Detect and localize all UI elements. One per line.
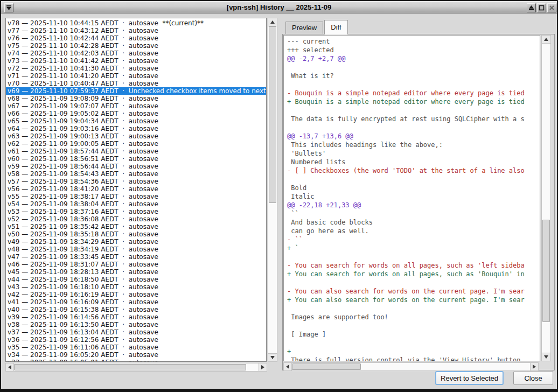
history-row[interactable]: v33 — 2025-11-09 16:05:01 AEDT · autosav… — [6, 359, 266, 362]
history-row[interactable]: v71 — 2025-11-10 10:41:20 AEDT · autosav… — [6, 72, 266, 80]
diff-line — [287, 175, 540, 184]
shade-icon — [528, 5, 534, 11]
history-row[interactable]: v50 — 2025-11-09 18:35:18 AEDT · autosav… — [6, 230, 266, 238]
diff-line — [287, 80, 540, 89]
diff-line: @@ -22,18 +21,33 @@ — [287, 201, 540, 209]
history-row[interactable]: v67 — 2025-11-09 19:07:07 AEDT · autosav… — [6, 102, 266, 110]
diff-line: This includes headings like the above,: — [287, 141, 540, 149]
history-row[interactable]: v41 — 2025-11-09 16:16:09 AEDT · autosav… — [6, 298, 266, 306]
diff-vscrollbar[interactable] — [541, 35, 551, 361]
diff-line: - [ ] Checkboxes (the word 'TODO' at the… — [287, 166, 540, 175]
diff-line: And basic code blocks — [287, 218, 540, 227]
history-row[interactable]: v78 — 2025-11-10 10:44:15 AEDT · autosav… — [6, 19, 266, 27]
scroll-thumb[interactable] — [542, 220, 550, 321]
maximize-icon — [539, 5, 545, 11]
diff-line: Images are supported too! — [287, 313, 540, 321]
history-row[interactable]: v75 — 2025-11-10 10:42:28 AEDT · autosav… — [6, 42, 266, 50]
history-row[interactable]: v34 — 2025-11-09 16:05:20 AEDT · autosav… — [6, 351, 266, 359]
history-row[interactable]: v73 — 2025-11-10 10:41:42 AEDT · autosav… — [6, 57, 266, 65]
shade-button[interactable] — [527, 3, 536, 12]
arrow-down-icon — [270, 356, 275, 359]
history-row[interactable]: v57 — 2025-11-09 18:54:36 AEDT · autosav… — [6, 178, 266, 185]
history-row[interactable]: v37 — 2025-11-09 16:13:04 AEDT · autosav… — [6, 328, 266, 336]
titlebar[interactable]: [vpn-ssh] History __ 2025-11-09 — [1, 1, 557, 13]
close-button[interactable] — [547, 3, 556, 12]
close-window-button[interactable]: Close — [513, 371, 553, 385]
diff-line: - `` — [287, 235, 540, 244]
tab-preview[interactable]: Preview — [285, 22, 323, 34]
history-row[interactable]: v52 — 2025-11-09 18:36:08 AEDT · autosav… — [6, 215, 266, 223]
history-row[interactable]: v38 — 2025-11-09 16:13:50 AEDT · autosav… — [6, 321, 266, 328]
revert-button[interactable]: Revert to Selected — [435, 371, 504, 385]
window-menu-button[interactable] — [4, 3, 13, 12]
history-row[interactable]: v62 — 2025-11-09 19:00:05 AEDT · autosav… — [6, 140, 266, 148]
diff-line: can go here as well. — [287, 227, 540, 235]
history-row[interactable]: v58 — 2025-11-09 18:54:43 AEDT · autosav… — [6, 170, 266, 178]
scroll-thumb[interactable] — [292, 363, 361, 370]
tab-bar: Preview Diff — [282, 20, 349, 34]
history-row[interactable]: v56 — 2025-11-09 18:41:20 AEDT · autosav… — [6, 185, 266, 193]
history-row[interactable]: v43 — 2025-11-09 16:18:10 AEDT · autosav… — [6, 283, 266, 291]
history-row[interactable]: v48 — 2025-11-09 18:34:19 AEDT · autosav… — [6, 246, 266, 253]
scroll-track[interactable] — [14, 363, 259, 371]
history-row[interactable]: v68 — 2025-11-09 19:08:09 AEDT · autosav… — [6, 95, 266, 102]
scroll-track[interactable] — [542, 44, 550, 353]
diff-line: What is it? — [287, 72, 540, 80]
history-row[interactable]: v66 — 2025-11-09 19:05:02 AEDT · autosav… — [6, 110, 266, 117]
history-row[interactable]: v70 — 2025-11-10 10:40:47 AEDT · autosav… — [6, 80, 266, 87]
diff-line: @@ -2,7 +2,7 @@ — [287, 54, 540, 63]
history-row[interactable]: v53 — 2025-11-09 18:37:16 AEDT · autosav… — [6, 208, 266, 215]
history-vscrollbar[interactable] — [268, 18, 277, 362]
scroll-left-arrow[interactable] — [6, 363, 14, 371]
history-row[interactable]: v64 — 2025-11-09 19:03:16 AEDT · autosav… — [6, 125, 266, 132]
history-row[interactable]: v36 — 2025-11-09 16:12:56 AEDT · autosav… — [6, 336, 266, 344]
diff-line — [287, 304, 540, 313]
history-row[interactable]: v44 — 2025-11-09 16:18:50 AEDT · autosav… — [6, 276, 266, 283]
scroll-track[interactable] — [268, 26, 277, 353]
diff-text[interactable]: --- current+++ selected@@ -2,7 +2,7 @@ W… — [283, 35, 540, 361]
arrow-up-icon — [270, 20, 275, 24]
history-list[interactable]: v78 — 2025-11-10 10:44:15 AEDT · autosav… — [5, 18, 267, 362]
history-row[interactable]: v74 — 2025-11-10 10:42:03 AEDT · autosav… — [6, 50, 266, 57]
tab-diff[interactable]: Diff — [324, 20, 347, 34]
history-row[interactable]: v45 — 2025-11-09 18:28:13 AEDT · autosav… — [6, 268, 266, 276]
diff-line: 'Bullets' — [287, 149, 540, 158]
history-row[interactable]: v65 — 2025-11-09 19:04:34 AEDT · autosav… — [6, 117, 266, 125]
history-row[interactable]: v39 — 2025-11-09 16:14:56 AEDT · autosav… — [6, 313, 266, 321]
scroll-track[interactable] — [292, 363, 530, 370]
scroll-right-arrow[interactable] — [259, 363, 267, 371]
scroll-down-arrow[interactable] — [268, 353, 277, 361]
diff-hscrollbar[interactable] — [283, 362, 539, 371]
history-row[interactable]: v77 — 2025-11-10 10:43:12 AEDT · autosav… — [6, 27, 266, 34]
scroll-up-arrow[interactable] — [542, 36, 550, 44]
close-icon — [549, 5, 555, 11]
scroll-thumb[interactable] — [14, 364, 246, 370]
history-row[interactable]: v49 — 2025-11-09 18:34:29 AEDT · autosav… — [6, 238, 266, 246]
history-row[interactable]: v47 — 2025-11-09 18:33:45 AEDT · autosav… — [6, 253, 266, 261]
history-row[interactable]: v76 — 2025-11-10 10:42:44 AEDT · autosav… — [6, 34, 266, 42]
maximize-button[interactable] — [537, 3, 546, 12]
arrow-left-icon — [286, 365, 289, 369]
scroll-left-arrow[interactable] — [284, 363, 292, 370]
history-row[interactable]: v63 — 2025-11-09 19:00:13 AEDT · autosav… — [6, 132, 266, 140]
history-row[interactable]: v40 — 2025-11-09 16:15:38 AEDT · autosav… — [6, 306, 266, 313]
scroll-thumb[interactable] — [269, 26, 276, 203]
history-row[interactable]: v69 — 2025-11-10 07:59:37 AEDT · Uncheck… — [6, 87, 266, 95]
diff-line: + You can also search for words on the c… — [287, 296, 540, 304]
history-row[interactable]: v51 — 2025-11-09 18:35:42 AEDT · autosav… — [6, 223, 266, 230]
history-row[interactable]: v42 — 2025-11-09 16:16:19 AEDT · autosav… — [6, 291, 266, 298]
history-row[interactable]: v59 — 2025-11-09 18:56:44 AEDT · autosav… — [6, 163, 266, 170]
history-row[interactable]: v54 — 2025-11-09 18:38:04 AEDT · autosav… — [6, 200, 266, 208]
arrow-up-icon — [544, 38, 548, 41]
history-hscrollbar[interactable] — [5, 363, 267, 372]
scroll-right-arrow[interactable] — [530, 363, 538, 370]
scroll-down-arrow[interactable] — [542, 353, 550, 361]
history-row[interactable]: v55 — 2025-11-09 18:38:17 AEDT · autosav… — [6, 193, 266, 200]
history-row[interactable]: v72 — 2025-11-10 10:41:30 AEDT · autosav… — [6, 65, 266, 72]
history-row[interactable]: v46 — 2025-11-09 18:31:07 AEDT · autosav… — [6, 261, 266, 268]
history-row[interactable]: v35 — 2025-11-09 16:11:06 AEDT · autosav… — [6, 344, 266, 351]
scroll-up-arrow[interactable] — [268, 18, 277, 26]
history-row[interactable]: v61 — 2025-11-09 18:57:44 AEDT · autosav… — [6, 148, 266, 155]
arrow-right-icon — [533, 365, 536, 369]
history-row[interactable]: v60 — 2025-11-09 18:56:51 AEDT · autosav… — [6, 155, 266, 163]
